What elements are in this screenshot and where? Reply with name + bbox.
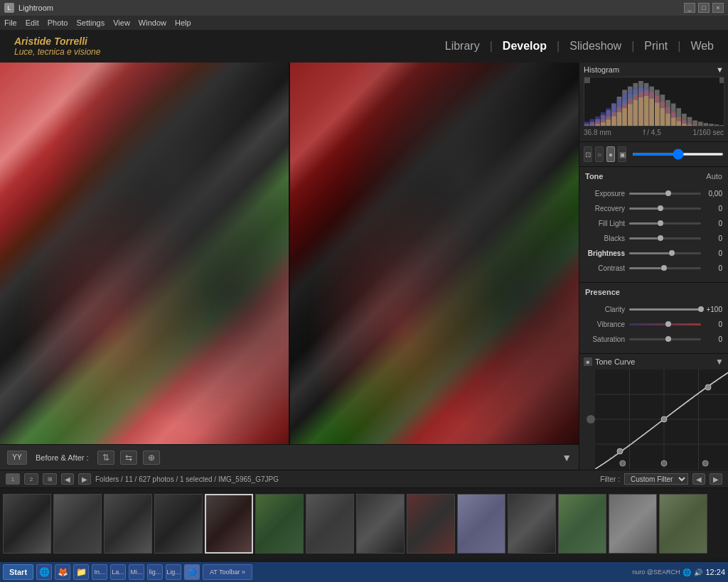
view-grid[interactable]: ⊞ (43, 473, 57, 485)
film-thumb-1[interactable] (3, 494, 51, 554)
menu-settings[interactable]: Settings (76, 18, 105, 27)
filter-next[interactable]: ▶ (710, 473, 722, 485)
view-single[interactable]: 1 (6, 473, 20, 485)
contrast-label: Contrast (585, 264, 629, 272)
presence-header: Presence (585, 286, 722, 298)
blacks-track[interactable] (629, 237, 701, 239)
film-thumb-2[interactable] (53, 494, 102, 554)
film-thumb-6[interactable] (255, 494, 304, 554)
before-after-icon3[interactable]: ⊕ (143, 451, 160, 465)
nav-links: Library | Develop | Slideshow | Print | … (445, 40, 714, 53)
heal-tool[interactable]: ○ (595, 146, 604, 162)
tone-curve-title: Tone Curve (595, 357, 635, 366)
taskbar-la[interactable]: La... (110, 564, 126, 580)
taskbar-mi[interactable]: Mi... (129, 564, 144, 580)
before-after-icon1[interactable]: ⇅ (97, 451, 114, 465)
filmstrip-next[interactable]: ▶ (78, 473, 91, 485)
brightness-track[interactable] (629, 252, 701, 254)
menu-window[interactable]: Window (139, 18, 166, 27)
view-double[interactable]: 2 (24, 473, 38, 485)
tone-curve-chevron[interactable]: ▼ (715, 357, 724, 367)
film-thumb-7[interactable] (306, 494, 354, 554)
start-button[interactable]: Start (3, 564, 33, 580)
taskbar-volume: 🔊 (694, 568, 702, 576)
contrast-track[interactable] (629, 267, 701, 269)
saturation-slider-wrap (629, 335, 701, 343)
vibrance-thumb[interactable] (665, 321, 671, 327)
nav-print[interactable]: Print (644, 40, 668, 53)
brightness-thumb[interactable] (669, 250, 675, 256)
close-button[interactable]: × (712, 3, 724, 13)
menu-file[interactable]: File (4, 18, 17, 27)
tone-curve-canvas[interactable] (595, 370, 728, 469)
filllight-track[interactable] (629, 222, 701, 225)
saturation-track[interactable] (629, 338, 701, 340)
tone-auto-button[interactable]: Auto (706, 172, 722, 180)
adjust-tool[interactable]: ● (606, 146, 615, 162)
menu-photo[interactable]: Photo (48, 18, 68, 27)
film-thumb-8[interactable] (356, 494, 405, 554)
taskbar-ie[interactable]: 🌐 (36, 564, 52, 580)
crop-tool[interactable]: ⊡ (584, 146, 592, 162)
recovery-track[interactable] (629, 208, 701, 210)
filter-prev[interactable]: ◀ (692, 473, 705, 485)
film-thumb-5[interactable] (205, 494, 253, 554)
vibrance-track[interactable] (629, 323, 701, 325)
tone-curve-point-icon[interactable] (587, 415, 595, 424)
film-thumb-11[interactable] (508, 494, 556, 554)
menu-edit[interactable]: Edit (26, 18, 39, 27)
before-after-yy-btn[interactable]: YY (7, 451, 27, 465)
param-row-saturation: Saturation 0 (585, 333, 722, 345)
taskbar-clock: 12:24 (705, 568, 725, 576)
gradient-tool[interactable]: ▣ (618, 146, 626, 162)
taskbar-lig2[interactable]: Lig... (166, 564, 181, 580)
taskbar-folder[interactable]: 📁 (73, 564, 89, 580)
fs-filter-wrap: Filter : Custom Filter ◀ ▶ (600, 473, 722, 485)
contrast-thumb[interactable] (661, 265, 667, 271)
nav-develop[interactable]: Develop (503, 40, 547, 53)
nav-slideshow[interactable]: Slideshow (569, 40, 621, 53)
titlebar-title: Lightroom (18, 4, 53, 12)
menu-view[interactable]: View (113, 18, 130, 27)
blacks-thumb[interactable] (658, 235, 663, 241)
filllight-thumb[interactable] (658, 220, 663, 226)
film-thumb-10[interactable] (457, 494, 505, 554)
saturation-thumb[interactable] (665, 336, 671, 342)
taskbar-firefox[interactable]: 🦊 (55, 564, 70, 580)
param-row-filllight: Fill Light 0 (585, 217, 722, 230)
maximize-button[interactable]: □ (698, 3, 710, 13)
film-thumb-3[interactable] (104, 494, 152, 554)
film-thumb-9[interactable] (407, 494, 455, 554)
param-row-vibrance: Vibrance 0 (585, 318, 722, 330)
menu-help[interactable]: Help (175, 18, 191, 27)
exposure-thumb[interactable] (665, 190, 671, 196)
clarity-track[interactable] (629, 308, 701, 311)
taskbar-lig1[interactable]: lig... (147, 564, 163, 580)
before-after-icon2[interactable]: ⇆ (120, 451, 137, 465)
recovery-thumb[interactable] (658, 205, 663, 211)
nav-library[interactable]: Library (445, 40, 480, 53)
film-thumb-13[interactable] (609, 494, 657, 554)
taskbar-blue[interactable]: 🔵 (184, 564, 200, 580)
nav-web[interactable]: Web (690, 40, 714, 53)
filter-select[interactable]: Custom Filter (624, 473, 688, 485)
histogram-chevron[interactable]: ▼ (716, 65, 724, 74)
tone-curve-expand-btn[interactable]: ■ (584, 357, 592, 366)
brightness-slider-wrap (629, 249, 701, 257)
histogram-chart (584, 77, 724, 126)
taskbar-in[interactable]: In... (92, 564, 107, 580)
filmstrip-prev[interactable]: ◀ (61, 473, 74, 485)
titlebar-controls[interactable]: _ □ × (684, 3, 724, 13)
film-thumb-14[interactable] (659, 494, 707, 554)
clarity-thumb[interactable] (698, 306, 704, 312)
before-after-expand[interactable]: ▼ (562, 452, 572, 463)
contrast-value: 0 (701, 264, 722, 272)
minimize-button[interactable]: _ (684, 3, 695, 13)
tone-curve-header: ■ Tone Curve ▼ (584, 357, 724, 367)
tone-curve-section: ■ Tone Curve ▼ (579, 354, 728, 470)
tool-slider[interactable] (632, 153, 724, 156)
film-thumb-4[interactable] (154, 494, 203, 554)
exposure-track[interactable] (629, 193, 701, 195)
taskbar-at[interactable]: AT Toolbar » (203, 564, 252, 580)
film-thumb-12[interactable] (558, 494, 606, 554)
